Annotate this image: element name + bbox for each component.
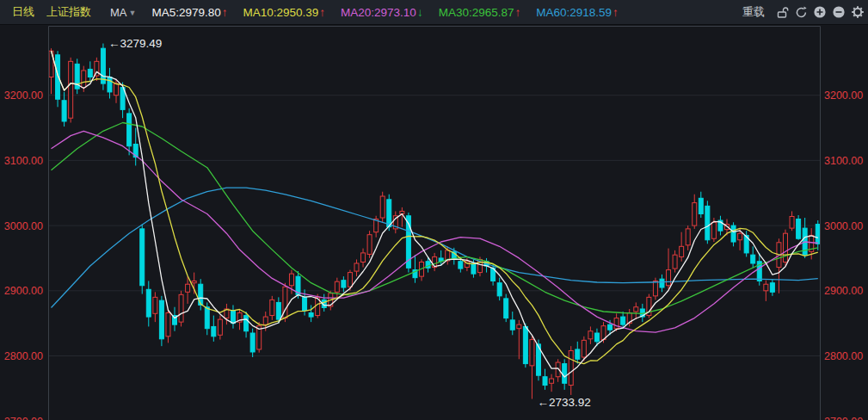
candle-body xyxy=(380,196,385,218)
candle-body xyxy=(159,300,163,339)
down-arrow-icon: ↓ xyxy=(417,6,423,19)
candle-body xyxy=(276,302,280,319)
y-axis-label-left: 3000.00 xyxy=(4,220,43,232)
candle-body xyxy=(770,283,774,293)
candle-body xyxy=(101,48,105,83)
up-arrow-icon: ↑ xyxy=(613,6,619,19)
candle-body xyxy=(497,283,502,296)
ma-dropdown[interactable]: MA▼ xyxy=(110,6,136,19)
candle-body xyxy=(56,55,60,99)
candle-body xyxy=(250,333,255,352)
candle-body xyxy=(153,297,157,313)
candle-body xyxy=(783,233,787,262)
ma-value-ma10: MA10:2950.39↑ xyxy=(243,6,325,19)
candle-body xyxy=(653,281,657,295)
candle-body xyxy=(361,253,366,262)
candle-body xyxy=(309,313,313,318)
candle-body xyxy=(543,377,547,386)
candle-body xyxy=(387,200,391,227)
y-axis-label-left: 2700.00 xyxy=(4,416,43,420)
candle-body xyxy=(576,349,580,359)
candle-body xyxy=(335,281,339,292)
candle-body xyxy=(69,61,73,118)
y-axis-label-left: 3100.00 xyxy=(4,155,43,167)
candle-body xyxy=(504,299,508,318)
candle-body xyxy=(303,297,307,310)
candle-body xyxy=(680,246,684,256)
toolbar-right: 重载 xyxy=(742,3,868,21)
candle-body xyxy=(614,318,619,329)
candle-body xyxy=(108,77,112,92)
ma-value-ma20: MA20:2973.10↓ xyxy=(341,6,423,19)
candle-body xyxy=(186,284,190,292)
candle-body xyxy=(731,225,736,242)
ma-dropdown-label: MA xyxy=(110,6,127,19)
candle-body xyxy=(764,284,768,291)
candle-body xyxy=(608,324,613,330)
candle-body xyxy=(114,83,119,96)
candle-body xyxy=(62,101,66,121)
candle-body xyxy=(594,333,599,342)
y-axis-label-left: 3200.00 xyxy=(4,90,43,102)
candle-body xyxy=(738,233,742,240)
y-axis-label-right: 3200.00 xyxy=(824,90,863,102)
up-arrow-icon: ↑ xyxy=(222,6,228,19)
candle-body xyxy=(244,316,249,331)
candles-layer xyxy=(49,44,820,399)
candle-body xyxy=(212,326,216,336)
candle-body xyxy=(270,300,274,315)
chevron-down-icon: ▼ xyxy=(129,9,137,17)
candle-body xyxy=(166,313,170,337)
candle-body xyxy=(588,331,593,339)
tab-period-daily[interactable]: 日线 xyxy=(12,4,34,20)
candle-body xyxy=(621,317,625,324)
candle-body xyxy=(82,71,86,88)
candle-body xyxy=(354,263,359,271)
up-arrow-icon: ↑ xyxy=(319,6,325,19)
candle-body xyxy=(205,307,209,329)
candle-body xyxy=(88,69,92,77)
y-axis-label-left: 2900.00 xyxy=(4,285,43,297)
zoom-in-icon[interactable] xyxy=(811,3,828,21)
candle-body xyxy=(517,324,521,329)
y-axis-label-left: 2800.00 xyxy=(4,350,43,362)
candle-body xyxy=(563,364,567,384)
candle-body xyxy=(127,114,132,146)
candle-body xyxy=(459,262,463,269)
refresh-icon[interactable] xyxy=(792,3,810,21)
candle-body xyxy=(667,270,671,286)
candle-body xyxy=(523,326,527,363)
candle-body xyxy=(673,255,677,269)
candle-body xyxy=(179,294,183,322)
candle-body xyxy=(342,281,346,287)
candle-body xyxy=(751,255,755,263)
candle-body xyxy=(797,219,801,239)
candle-body xyxy=(140,229,145,286)
y-axis-label-right: 2700.00 xyxy=(824,416,863,420)
candle-body xyxy=(705,206,710,239)
candle-body xyxy=(263,317,268,324)
y-axis-label-right: 3100.00 xyxy=(824,155,863,167)
candle-body xyxy=(816,225,820,244)
candle-body xyxy=(471,263,476,274)
zoom-out-icon[interactable] xyxy=(830,3,847,21)
price-annotation: ←2733.92 xyxy=(537,396,590,409)
candle-body xyxy=(231,311,235,324)
candle-body xyxy=(367,235,372,255)
candlestick-chart[interactable]: 3200.003200.003100.003100.003000.003000.… xyxy=(0,25,868,420)
candle-body xyxy=(790,217,794,229)
y-axis-label-right: 3000.00 xyxy=(824,220,863,232)
reload-button[interactable]: 重载 xyxy=(742,4,765,20)
ma-values-readout: MA5:2979.80↑MA10:2950.39↑MA20:2973.10↓MA… xyxy=(151,6,633,19)
candle-body xyxy=(686,229,690,245)
candle-body xyxy=(192,281,196,282)
toolbar: 日线 上证指数 MA▼ MA5:2979.80↑MA10:2950.39↑MA2… xyxy=(0,0,868,25)
ma-line-ma30 xyxy=(52,123,818,314)
unlock-icon[interactable] xyxy=(773,3,791,21)
tab-symbol[interactable]: 上证指数 xyxy=(46,4,91,20)
price-annotation: ←3279.49 xyxy=(108,37,162,50)
candle-body xyxy=(289,274,293,286)
candle-body xyxy=(569,350,573,385)
ma-value-ma30: MA30:2965.87↑ xyxy=(439,6,521,19)
settings-icon[interactable] xyxy=(849,3,866,21)
